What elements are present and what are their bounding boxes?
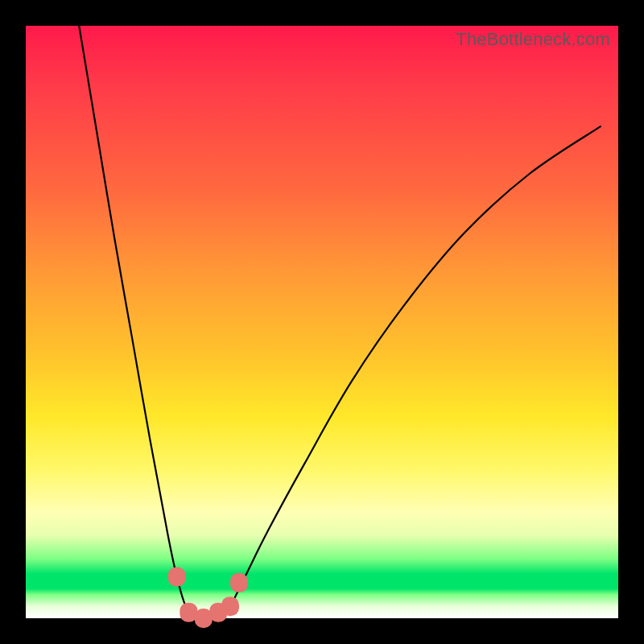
plot-area: TheBottleneck.com [26, 26, 618, 618]
curve-left-branch [79, 26, 195, 618]
marker-point [168, 567, 186, 586]
marker-point [221, 597, 239, 616]
chart-frame: TheBottleneck.com [0, 0, 644, 644]
chart-svg [26, 26, 618, 618]
curve-right-branch [221, 126, 601, 618]
marker-point [230, 573, 248, 592]
highlighted-points [168, 567, 248, 628]
